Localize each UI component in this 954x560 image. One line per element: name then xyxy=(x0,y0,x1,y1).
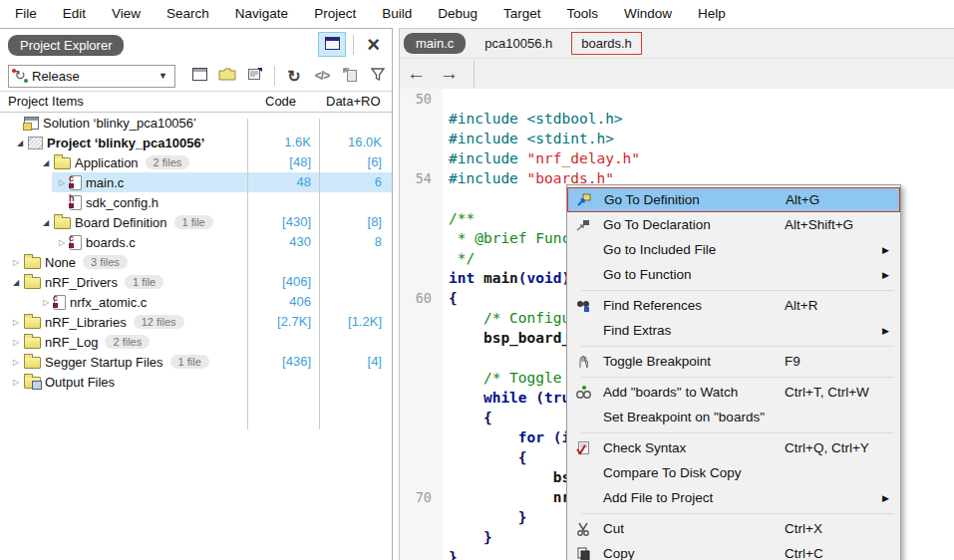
menubar-item-build[interactable]: Build xyxy=(369,0,425,28)
line-number xyxy=(400,467,443,487)
menubar-item-search[interactable]: Search xyxy=(154,0,222,28)
editor-tab-pca10056-h[interactable]: pca10056.h xyxy=(476,33,561,54)
back-button[interactable]: ← xyxy=(400,63,433,85)
menu-item-label: Go to Included File xyxy=(603,242,716,257)
detach-panel-button[interactable] xyxy=(318,32,346,57)
expanded-arrow-icon[interactable]: ◢ xyxy=(8,278,24,287)
menu-item-label: Add "boards" to Watch xyxy=(603,385,738,400)
context-menu-item-toggle-breakpoint[interactable]: Toggle BreakpointF9 xyxy=(567,349,900,374)
editor-tab-main-c[interactable]: main.c xyxy=(404,33,466,54)
tree-row-sdk-config-h[interactable]: hsdk_config.h xyxy=(0,192,392,212)
collapsed-arrow-icon[interactable]: ▷ xyxy=(54,178,70,187)
column-header-project-items: Project Items xyxy=(8,94,84,109)
close-icon: × xyxy=(367,32,380,57)
tree-row-none[interactable]: ▷None3 files xyxy=(0,252,392,272)
tree-row-nrf-libraries[interactable]: ▷nRF_Libraries12 files[2.7K][1.2K] xyxy=(0,312,392,332)
filter-icon xyxy=(371,67,385,85)
forward-icon: → xyxy=(440,63,459,84)
menu-item-shortcut: Ctrl+Q, Ctrl+Y xyxy=(785,440,869,455)
menubar-item-debug[interactable]: Debug xyxy=(425,0,490,28)
line-number xyxy=(400,109,443,129)
context-menu-item-go-to-declaration[interactable]: Go To DeclarationAlt+Shift+G xyxy=(567,212,900,237)
properties-button[interactable] xyxy=(242,65,268,87)
collapsed-arrow-icon[interactable]: ▷ xyxy=(8,338,24,347)
dataro-size-value: 16.0K xyxy=(319,133,382,152)
tree-item-label: Solution ‘blinky_pca10056’ xyxy=(43,116,196,131)
collapsed-arrow-icon[interactable]: ▷ xyxy=(8,258,24,267)
line-number: 54 xyxy=(400,168,443,188)
collapsed-arrow-icon[interactable]: ▷ xyxy=(8,358,24,367)
source-file-icon: c xyxy=(70,175,82,190)
context-menu-item-add-boards-to-watch[interactable]: Add "boards" to WatchCtrl+T, Ctrl+W xyxy=(567,380,900,405)
project-icon xyxy=(28,137,43,149)
line-number xyxy=(400,328,443,348)
close-panel-button[interactable]: × xyxy=(361,35,386,55)
menubar-item-edit[interactable]: Edit xyxy=(50,0,99,28)
line-number xyxy=(400,148,443,168)
tree-row-solution-blinky-pca10056-[interactable]: Solution ‘blinky_pca10056’ xyxy=(0,113,392,133)
menubar-item-window[interactable]: Window xyxy=(611,0,685,28)
context-menu-item-go-to-function[interactable]: Go to Function▶ xyxy=(567,262,900,287)
expanded-arrow-icon[interactable]: ◢ xyxy=(38,158,54,167)
context-menu-item-find-extras[interactable]: Find Extras▶ xyxy=(567,318,900,343)
code-size-value: 1.6K xyxy=(247,133,311,152)
import-file-button[interactable] xyxy=(337,65,363,87)
collapsed-arrow-icon[interactable]: ▷ xyxy=(38,298,54,307)
editor-nav: ← → xyxy=(400,59,954,89)
context-menu-item-set-breakpoint-on-boards-[interactable]: Set Breakpoint on "boards" xyxy=(567,405,900,429)
context-menu-item-go-to-definition[interactable]: Go To DefinitionAlt+G xyxy=(567,187,900,212)
context-menu-item-go-to-included-file[interactable]: Go to Included File▶ xyxy=(567,237,900,262)
tree-row-segger-startup-files[interactable]: ▷Segger Startup Files1 file[436][4] xyxy=(0,352,392,372)
code-text: */ xyxy=(443,248,475,268)
add-watch-icon xyxy=(572,385,594,401)
context-menu-item-copy[interactable]: CopyCtrl+C xyxy=(567,541,900,560)
menu-item-label: Set Breakpoint on "boards" xyxy=(603,410,765,424)
refresh-button[interactable]: ↻ xyxy=(281,65,307,87)
menubar-item-target[interactable]: Target xyxy=(490,0,554,28)
file-type-letter: c xyxy=(69,233,74,243)
editor-tab-boards-h[interactable]: boards.h xyxy=(571,32,642,55)
import-file-icon xyxy=(343,67,358,86)
menubar-item-tools[interactable]: Tools xyxy=(554,0,612,28)
tree-row-nrfx-atomic-c[interactable]: ▷cnrfx_atomic.c406 xyxy=(0,292,392,312)
build-configuration-select[interactable]: ↻ Release ▼ xyxy=(8,65,175,88)
tree-row-nrf-log[interactable]: ▷nRF_Log2 files xyxy=(0,332,392,352)
line-number xyxy=(400,188,443,208)
tree-row-main-c[interactable]: ▷cmain.c486 xyxy=(0,172,392,192)
expanded-arrow-icon[interactable]: ◢ xyxy=(38,218,54,227)
context-menu-item-add-file-to-project[interactable]: Add File to Project▶ xyxy=(567,485,900,510)
context-menu-item-check-syntax[interactable]: Check SyntaxCtrl+Q, Ctrl+Y xyxy=(567,435,900,460)
tree-row-nrf-drivers[interactable]: ◢nRF_Drivers1 file[406] xyxy=(0,272,392,292)
code-text: { xyxy=(443,447,527,467)
show-source-button[interactable]: </> xyxy=(309,65,335,87)
menubar-item-project[interactable]: Project xyxy=(301,0,369,28)
new-window-button[interactable] xyxy=(186,65,212,87)
output-folder-icon xyxy=(24,377,41,389)
menubar-item-view[interactable]: View xyxy=(99,0,154,28)
menubar-item-help[interactable]: Help xyxy=(685,0,739,28)
forward-button[interactable]: → xyxy=(433,63,466,85)
menubar-item-navigate[interactable]: Navigate xyxy=(222,0,301,28)
code-size-value: [2.7K] xyxy=(247,312,311,332)
tree-row-output-files[interactable]: ▷Output Files xyxy=(0,372,392,392)
collapsed-arrow-icon[interactable]: ▷ xyxy=(8,318,24,327)
solution-icon xyxy=(24,117,39,130)
context-menu-item-cut[interactable]: CutCtrl+X xyxy=(567,516,900,541)
tree-row-boards-c[interactable]: ▷cboards.c4308 xyxy=(0,232,392,252)
expanded-arrow-icon[interactable]: ◢ xyxy=(12,139,28,147)
context-menu-item-compare-to-disk-copy[interactable]: Compare To Disk Copy xyxy=(567,460,900,485)
tree-row-application[interactable]: ◢Application2 files[48][6] xyxy=(0,152,392,172)
collapsed-arrow-icon[interactable]: ▷ xyxy=(8,378,24,387)
source-file-icon: h xyxy=(70,195,82,210)
tree-row-board-definition[interactable]: ◢Board Definition1 file[430][8] xyxy=(0,212,392,232)
menubar-item-file[interactable]: File xyxy=(2,0,50,28)
collapsed-arrow-icon[interactable]: ▷ xyxy=(54,238,70,247)
tree-item-label: nRF_Libraries xyxy=(45,315,127,330)
tree-item-label: Output Files xyxy=(45,375,115,390)
dataro-size-value: 6 xyxy=(319,172,382,192)
filter-button[interactable] xyxy=(365,65,391,87)
tree-column-headers: Project Items Code Data+RO xyxy=(0,91,392,113)
context-menu-item-find-references[interactable]: Find ReferencesAlt+R xyxy=(567,293,900,318)
tree-row-project-blinky-pca10056-[interactable]: ◢Project ‘blinky_pca10056’1.6K16.0K xyxy=(0,133,392,152)
open-folder-button[interactable] xyxy=(214,65,240,87)
